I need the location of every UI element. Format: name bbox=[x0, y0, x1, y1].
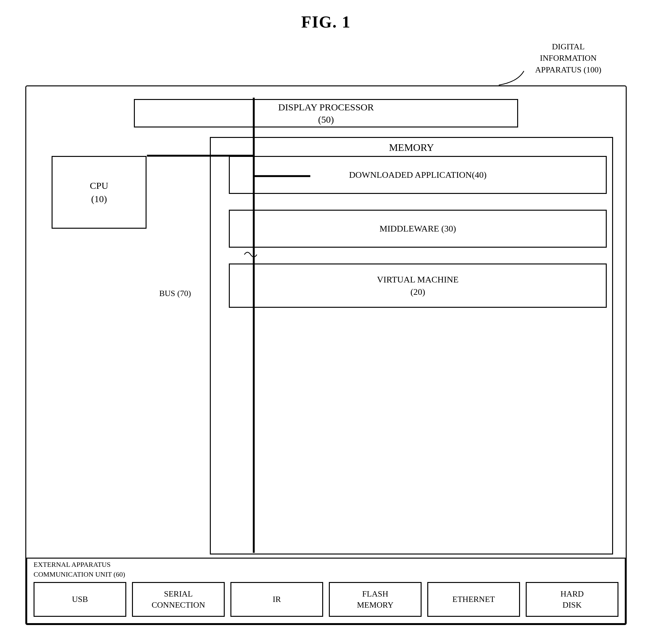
page-title: FIG. 1 bbox=[0, 0, 652, 41]
middleware-box: MIDDLEWARE (30) bbox=[229, 210, 607, 248]
bus-label: BUS (70) bbox=[159, 289, 191, 298]
memory-box bbox=[210, 137, 613, 555]
ir-box: IR bbox=[230, 582, 323, 617]
main-box: DISPLAY PROCESSOR (50) CPU (10) MEMORY D… bbox=[25, 85, 627, 625]
external-label: EXTERNAL APPARATUS COMMUNICATION UNIT (6… bbox=[33, 560, 125, 580]
display-processor-box: DISPLAY PROCESSOR (50) bbox=[134, 99, 518, 128]
memory-label: MEMORY bbox=[210, 137, 613, 153]
dia-label: DIGITAL INFORMATION APPARATUS (100) bbox=[535, 41, 601, 76]
usb-box: USB bbox=[33, 582, 126, 617]
hard-disk-box: HARDDISK bbox=[526, 582, 619, 617]
virtual-machine-box: VIRTUAL MACHINE (20) bbox=[229, 263, 607, 308]
serial-connection-box: SERIALCONNECTION bbox=[132, 582, 225, 617]
cpu-box: CPU (10) bbox=[52, 156, 146, 229]
external-apparatus-box: EXTERNAL APPARATUS COMMUNICATION UNIT (6… bbox=[26, 558, 626, 624]
flash-memory-box: FLASHMEMORY bbox=[329, 582, 422, 617]
ethernet-box: ETHERNET bbox=[427, 582, 520, 617]
downloaded-app-box: DOWNLOADED APPLICATION(40) bbox=[229, 156, 607, 194]
